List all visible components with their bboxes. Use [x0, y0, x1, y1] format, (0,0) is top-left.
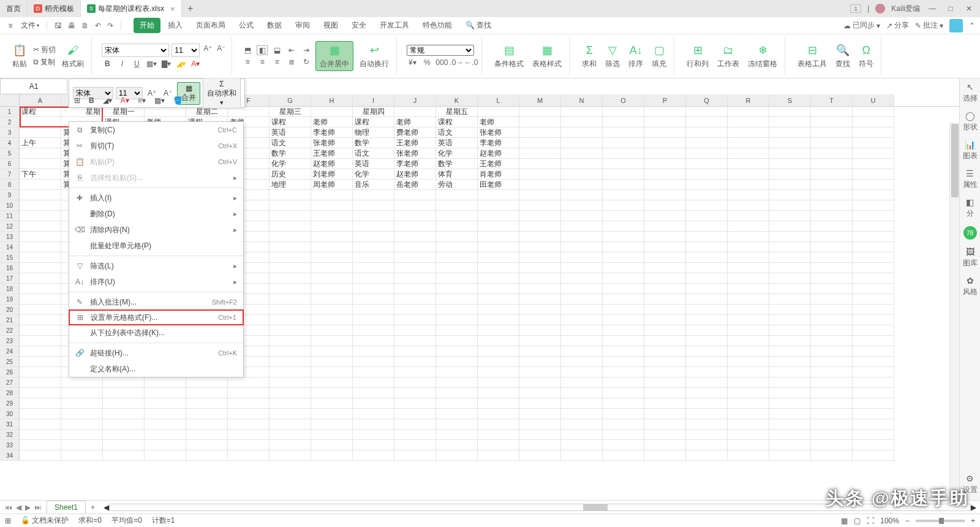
cell[interactable]	[436, 284, 478, 294]
ctx-delete[interactable]: 删除(D)▸	[69, 206, 243, 222]
cell[interactable]	[394, 336, 436, 346]
cell[interactable]	[436, 252, 478, 263]
sort-button[interactable]: A↓排序	[626, 42, 646, 70]
cell[interactable]	[186, 440, 228, 450]
col-N[interactable]: N	[561, 94, 603, 106]
cell[interactable]	[353, 409, 394, 419]
cell[interactable]	[769, 273, 811, 284]
cell[interactable]	[644, 169, 686, 180]
cell[interactable]	[686, 315, 728, 325]
cell[interactable]	[436, 294, 478, 305]
cell[interactable]	[644, 440, 686, 450]
cell[interactable]	[20, 325, 61, 336]
cell[interactable]	[728, 440, 769, 450]
cell[interactable]	[311, 305, 353, 315]
cell[interactable]	[811, 263, 853, 273]
cell[interactable]: 王老师	[478, 159, 519, 169]
cell[interactable]: 老师	[394, 117, 436, 127]
number-format-select[interactable]: 常规	[407, 45, 474, 56]
cell[interactable]	[61, 440, 103, 450]
cell[interactable]: 赵老师	[394, 169, 436, 180]
fill-button[interactable]: ▢填充	[649, 42, 669, 70]
cell[interactable]	[686, 273, 728, 284]
row-11[interactable]: 11	[0, 211, 20, 221]
cell[interactable]	[561, 211, 603, 221]
cell[interactable]	[686, 284, 728, 294]
dec-dec-icon[interactable]: ←.0	[466, 58, 477, 67]
cell[interactable]	[436, 200, 478, 211]
cell[interactable]	[603, 107, 644, 117]
cell[interactable]	[561, 180, 603, 190]
cell[interactable]	[769, 117, 811, 127]
cell[interactable]	[686, 305, 728, 315]
col-R[interactable]: R	[728, 94, 769, 106]
cell[interactable]: 李老师	[478, 138, 519, 148]
col-K[interactable]: K	[436, 94, 478, 106]
cell[interactable]	[519, 211, 561, 221]
cell[interactable]	[644, 409, 686, 419]
cell[interactable]	[811, 450, 853, 461]
row-2[interactable]: 2	[0, 117, 20, 127]
cell[interactable]	[436, 315, 478, 325]
cut-button[interactable]: ✂ 剪切	[33, 45, 56, 55]
cond-format-button[interactable]: ▤条件格式	[492, 42, 526, 70]
format-painter-button[interactable]: 🖌格式刷	[59, 42, 86, 70]
orient-icon[interactable]: ↻	[301, 57, 312, 67]
cell[interactable]	[561, 336, 603, 346]
cell[interactable]: 张老师	[478, 127, 519, 138]
cell[interactable]	[728, 273, 769, 284]
align-bot-icon[interactable]: ⬓	[271, 45, 282, 55]
cell[interactable]	[686, 127, 728, 138]
cell[interactable]	[145, 388, 186, 398]
cell[interactable]	[228, 377, 270, 388]
cell[interactable]	[270, 325, 311, 336]
cell[interactable]	[686, 450, 728, 461]
cell[interactable]: 星期四	[353, 107, 394, 117]
cell[interactable]	[519, 190, 561, 200]
underline-icon[interactable]: U	[131, 59, 142, 69]
cell[interactable]	[394, 398, 436, 409]
cell[interactable]	[519, 440, 561, 450]
cell[interactable]	[20, 450, 61, 461]
cell[interactable]	[311, 336, 353, 346]
cell[interactable]	[686, 398, 728, 409]
cell[interactable]	[311, 388, 353, 398]
cell[interactable]	[519, 252, 561, 263]
side-shape[interactable]: ◯形状	[963, 111, 978, 132]
cell[interactable]	[644, 138, 686, 148]
cell[interactable]	[561, 190, 603, 200]
cell[interactable]	[728, 159, 769, 169]
cell[interactable]	[311, 190, 353, 200]
row-9[interactable]: 9	[0, 190, 20, 200]
cell[interactable]: 岳老师	[394, 180, 436, 190]
cell[interactable]	[20, 232, 61, 242]
cell[interactable]	[228, 409, 270, 419]
cell[interactable]	[561, 367, 603, 377]
tools-button[interactable]: ⊟表格工具	[795, 42, 829, 70]
cell[interactable]	[478, 325, 519, 336]
cell[interactable]	[311, 315, 353, 325]
cell[interactable]	[270, 305, 311, 315]
cell[interactable]	[519, 127, 561, 138]
cell[interactable]	[728, 117, 769, 127]
row-30[interactable]: 30	[0, 409, 20, 419]
cell[interactable]	[394, 367, 436, 377]
cell[interactable]	[20, 409, 61, 419]
cell[interactable]	[103, 409, 145, 419]
row-1[interactable]: 1	[0, 107, 20, 117]
cell[interactable]	[811, 325, 853, 336]
cell[interactable]	[436, 367, 478, 377]
border-icon[interactable]: ▦▾	[146, 59, 157, 69]
cell[interactable]	[686, 190, 728, 200]
cell[interactable]	[394, 346, 436, 357]
cell[interactable]	[686, 200, 728, 211]
ctx-dropdown[interactable]: 从下拉列表中选择(K)...	[69, 325, 243, 341]
cell[interactable]	[311, 419, 353, 430]
cell[interactable]	[561, 388, 603, 398]
cell[interactable]	[728, 336, 769, 346]
cell[interactable]	[811, 232, 853, 242]
cell[interactable]	[728, 284, 769, 294]
cell[interactable]	[811, 252, 853, 263]
cell[interactable]	[561, 127, 603, 138]
cell[interactable]	[478, 252, 519, 263]
